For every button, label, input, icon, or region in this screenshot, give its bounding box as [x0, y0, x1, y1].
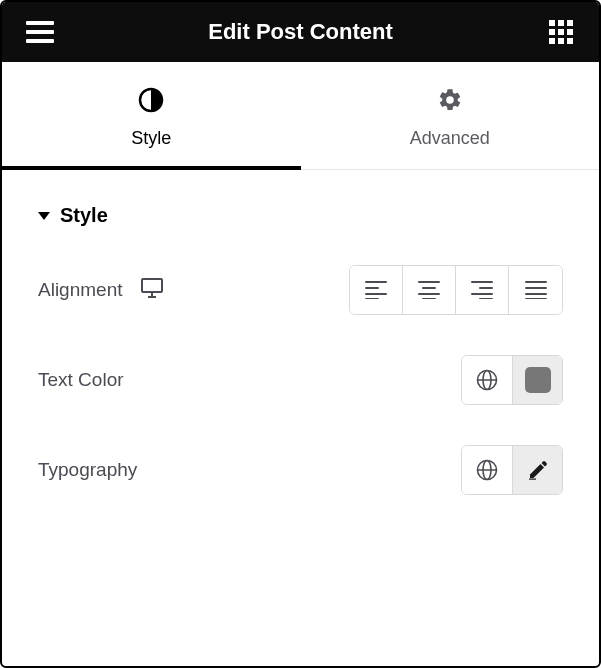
align-justify-button[interactable]: [509, 266, 562, 314]
color-swatch: [525, 367, 551, 393]
svg-rect-8: [567, 29, 573, 35]
typography-buttons: [461, 445, 563, 495]
svg-rect-11: [567, 38, 573, 44]
tab-label: Style: [131, 128, 171, 149]
style-panel: Style Alignment: [2, 170, 599, 569]
svg-rect-9: [549, 38, 555, 44]
svg-rect-2: [26, 39, 54, 43]
svg-rect-3: [549, 20, 555, 26]
align-right-button[interactable]: [456, 266, 509, 314]
svg-rect-6: [549, 29, 555, 35]
editor-header: Edit Post Content: [2, 2, 599, 62]
svg-rect-7: [558, 29, 564, 35]
responsive-desktop-icon[interactable]: [141, 278, 163, 302]
apps-grid-icon[interactable]: [547, 18, 575, 46]
tab-label: Advanced: [410, 128, 490, 149]
tabs: Style Advanced: [2, 62, 599, 170]
gear-icon: [437, 86, 463, 114]
svg-rect-39: [529, 479, 536, 480]
caret-down-icon: [38, 212, 50, 220]
text-color-label: Text Color: [38, 369, 124, 391]
typography-label: Typography: [38, 459, 137, 481]
control-alignment: Alignment: [38, 265, 563, 315]
align-center-button[interactable]: [403, 266, 456, 314]
text-color-buttons: [461, 355, 563, 405]
svg-rect-10: [558, 38, 564, 44]
tab-style[interactable]: Style: [2, 62, 301, 169]
control-typography: Typography: [38, 445, 563, 495]
svg-rect-1: [26, 30, 54, 34]
page-title: Edit Post Content: [208, 19, 393, 45]
half-circle-icon: [138, 86, 164, 114]
svg-rect-0: [26, 21, 54, 25]
color-swatch-button[interactable]: [512, 356, 562, 404]
tab-advanced[interactable]: Advanced: [301, 62, 600, 169]
section-title: Style: [60, 204, 108, 227]
control-text-color: Text Color: [38, 355, 563, 405]
edit-typography-button[interactable]: [512, 446, 562, 494]
global-typography-button[interactable]: [462, 446, 512, 494]
svg-rect-4: [558, 20, 564, 26]
menu-icon[interactable]: [26, 18, 54, 46]
section-toggle-style[interactable]: Style: [38, 204, 563, 227]
svg-rect-13: [142, 279, 162, 292]
align-left-button[interactable]: [350, 266, 403, 314]
global-color-button[interactable]: [462, 356, 512, 404]
alignment-label: Alignment: [38, 279, 123, 301]
svg-rect-5: [567, 20, 573, 26]
alignment-buttons: [349, 265, 563, 315]
